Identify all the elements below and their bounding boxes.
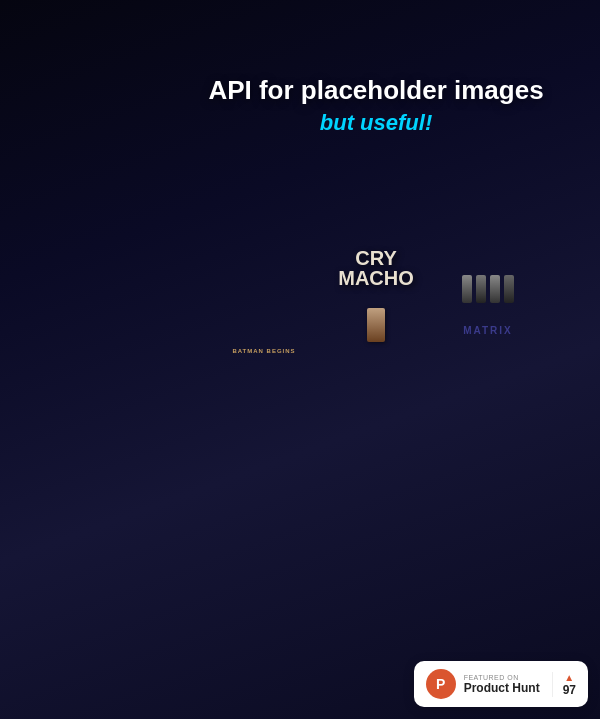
matrix-label: MATRIX (463, 325, 513, 336)
hero-subtitle: but useful! (320, 110, 432, 136)
ph-arrow-icon: ▲ (564, 672, 574, 683)
hero-title: API for placeholder images (208, 75, 543, 106)
movie-card-matrix: MATRIX Movie Title Description (438, 230, 538, 390)
ph-votes: ▲ 97 (552, 672, 576, 697)
main-content: API for placeholder images but useful! B… (152, 0, 600, 719)
batman-label: BATMAN BEGINS (232, 348, 295, 354)
matrix-poster: MATRIX (438, 230, 538, 360)
matrix-people (461, 275, 515, 303)
movies-grid: BATMAN BEGINS Movie Title Description CR… (172, 230, 580, 390)
movies-section: BATMAN BEGINS Movie Title Description CR… (152, 210, 600, 416)
cry-poster: CRYMACHO (326, 230, 426, 360)
ph-vote-count: 97 (563, 683, 576, 697)
ph-name-label: Product Hunt (464, 681, 540, 695)
ph-text: FEATURED ON Product Hunt (464, 674, 540, 695)
ph-logo: P (426, 669, 456, 699)
product-hunt-badge[interactable]: P FEATURED ON Product Hunt ▲ 97 (414, 661, 588, 707)
ph-featured-label: FEATURED ON (464, 674, 540, 681)
cry-title-text: CRYMACHO (338, 248, 414, 288)
